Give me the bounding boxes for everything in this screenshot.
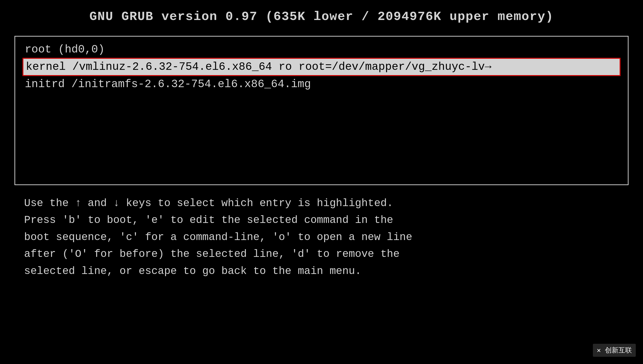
help-line-4: after ('O' for before) the selected line… — [24, 246, 619, 262]
watermark: ✕ 创新互联 — [593, 344, 636, 357]
menu-item-kernel[interactable]: kernel /vmlinuz-2.6.32-754.el6.x86_64 ro… — [23, 58, 620, 76]
help-section: Use the ↑ and ↓ keys to select which ent… — [15, 195, 628, 280]
grub-title: GNU GRUB version 0.97 (635K lower / 2094… — [15, 10, 628, 24]
boot-menu: root (hd0,0) kernel /vmlinuz-2.6.32-754.… — [15, 36, 628, 185]
help-line-1: Use the ↑ and ↓ keys to select which ent… — [24, 195, 619, 212]
grub-screen: GNU GRUB version 0.97 (635K lower / 2094… — [0, 0, 643, 364]
help-line-5: selected line, or escape to go back to t… — [24, 263, 619, 280]
help-line-3: boot sequence, 'c' for a command-line, '… — [24, 229, 619, 246]
menu-item-initrd[interactable]: initrd /initramfs-2.6.32-754.el6.x86_64.… — [23, 76, 620, 92]
help-line-2: Press 'b' to boot, 'e' to edit the selec… — [24, 212, 619, 228]
watermark-text: 创新互联 — [605, 347, 632, 354]
watermark-icon: ✕ — [597, 347, 601, 354]
menu-item-root[interactable]: root (hd0,0) — [23, 42, 620, 58]
